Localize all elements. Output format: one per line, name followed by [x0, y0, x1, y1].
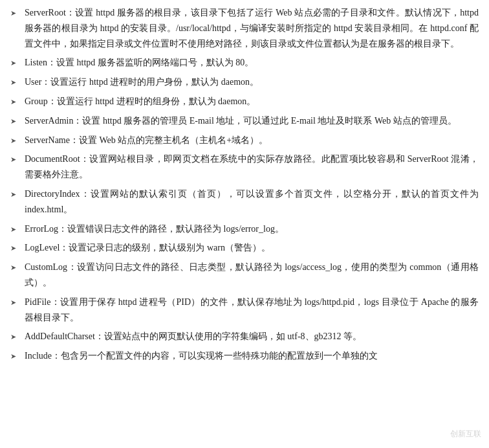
item-text-serverroot: ServerRoot：设置 httpd 服务器的根目录，该目录下包括了运行 We… [25, 5, 479, 51]
list-item: ➤Include：包含另一个配置文件的内容，可以实现将一些特殊功能的配置放到一个… [10, 348, 479, 364]
item-text-loglevel: LogLevel：设置记录日志的级别，默认级别为 warn（警告）。 [25, 240, 479, 256]
item-text-adddefaultcharset: AddDefaultCharset：设置站点中的网页默认使用的字符集编码，如 u… [25, 329, 479, 344]
list-item: ➤ErrorLog：设置错误日志文件的路径，默认路径为 logs/error_l… [10, 221, 479, 237]
arrow-icon: ➤ [10, 331, 19, 343]
item-text-customlog: CustomLog：设置访问日志文件的路径、日志类型，默认路径为 logs/ac… [25, 260, 479, 291]
arrow-icon: ➤ [10, 96, 19, 108]
arrow-icon: ➤ [10, 7, 19, 19]
arrow-icon: ➤ [10, 297, 19, 309]
list-item: ➤ServerRoot：设置 httpd 服务器的根目录，该目录下包括了运行 W… [10, 5, 479, 51]
list-item: ➤User：设置运行 httpd 进程时的用户身份，默认为 daemon。 [10, 74, 479, 90]
list-item: ➤ServerAdmin：设置 httpd 服务器的管理员 E-mail 地址，… [10, 113, 479, 129]
list-item: ➤CustomLog：设置访问日志文件的路径、日志类型，默认路径为 logs/a… [10, 260, 479, 291]
item-text-pidfile: PidFile：设置用于保存 httpd 进程号（PID）的文件，默认保存地址为… [25, 295, 479, 326]
item-text-listen: Listen：设置 httpd 服务器监听的网络端口号，默认为 80。 [25, 55, 479, 71]
content-area: ➤ServerRoot：设置 httpd 服务器的根目录，该目录下包括了运行 W… [0, 0, 489, 378]
arrow-icon: ➤ [10, 115, 19, 128]
item-text-include: Include：包含另一个配置文件的内容，可以实现将一些特殊功能的配置放到一个单… [25, 348, 479, 364]
arrow-icon: ➤ [10, 242, 19, 254]
item-text-errorlog: ErrorLog：设置错误日志文件的路径，默认路径为 logs/error_lo… [25, 221, 479, 237]
list-item: ➤LogLevel：设置记录日志的级别，默认级别为 warn（警告）。 [10, 240, 479, 256]
arrow-icon: ➤ [10, 57, 19, 69]
item-text-user: User：设置运行 httpd 进程时的用户身份，默认为 daemon。 [25, 74, 479, 90]
arrow-icon: ➤ [10, 153, 19, 166]
item-text-documentroot: DocumentRoot：设置网站根目录，即网页文档在系统中的实际存放路径。此配… [25, 151, 479, 183]
arrow-icon: ➤ [10, 76, 19, 89]
item-text-servername: ServerName：设置 Web 站点的完整主机名（主机名+域名）。 [25, 133, 479, 148]
arrow-icon: ➤ [10, 188, 19, 201]
watermark: 创新互联 [450, 427, 481, 440]
item-text-group: Group：设置运行 httpd 进程时的组身份，默认为 daemon。 [25, 94, 479, 109]
list-item: ➤ServerName：设置 Web 站点的完整主机名（主机名+域名）。 [10, 133, 479, 148]
arrow-icon: ➤ [10, 135, 19, 147]
list-item: ➤PidFile：设置用于保存 httpd 进程号（PID）的文件，默认保存地址… [10, 295, 479, 326]
list-item: ➤DirectoryIndex：设置网站的默认索引页（首页），可以设置多个首页文… [10, 186, 479, 218]
item-text-serveradmin: ServerAdmin：设置 httpd 服务器的管理员 E-mail 地址，可… [25, 113, 479, 129]
arrow-icon: ➤ [10, 262, 19, 274]
arrow-icon: ➤ [10, 350, 19, 363]
list-item: ➤Group：设置运行 httpd 进程时的组身份，默认为 daemon。 [10, 94, 479, 109]
list-item: ➤DocumentRoot：设置网站根目录，即网页文档在系统中的实际存放路径。此… [10, 151, 479, 183]
item-text-directoryindex: DirectoryIndex：设置网站的默认索引页（首页），可以设置多个首页文件… [25, 186, 479, 218]
arrow-icon: ➤ [10, 223, 19, 236]
list-item: ➤AddDefaultCharset：设置站点中的网页默认使用的字符集编码，如 … [10, 329, 479, 344]
list-item: ➤Listen：设置 httpd 服务器监听的网络端口号，默认为 80。 [10, 55, 479, 71]
